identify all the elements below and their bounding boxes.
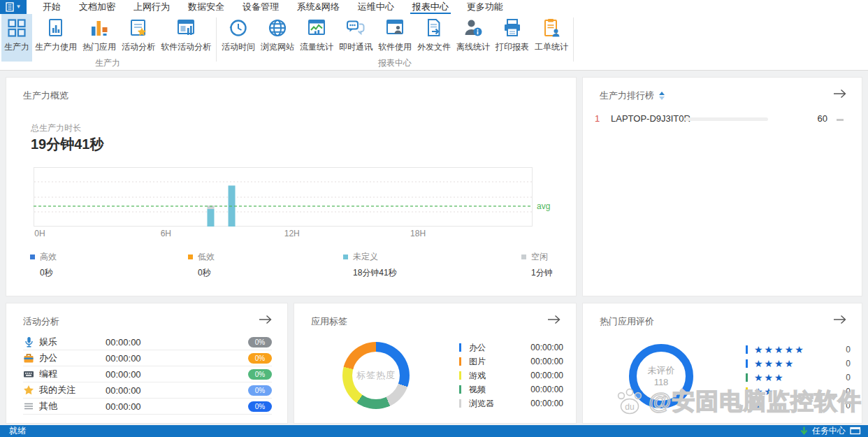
legend-color-swatch [343,255,348,259]
window-user-icon [384,17,405,38]
ribbon-button-活动时间[interactable]: 活动时间 [219,14,258,62]
rating-donut-center-value: 118 [654,376,669,388]
rating-row-4-star: ★★★★0 [746,357,851,371]
ribbon-button-软件活动分析[interactable]: 软件活动分析 [158,14,214,62]
task-center-button[interactable]: 任务中心 [812,425,846,437]
activity-row-我的关注[interactable]: 我的关注00:00:000% [23,382,272,399]
legend-color-swatch [30,255,35,259]
panel-productivity-ranking: 生产力排行榜 1 LAPTOP-D9J3IT0R 60 [582,77,862,296]
device-name: LAPTOP-D9J3IT0R [611,113,690,124]
panel-title: 热门应用评价 [600,315,654,328]
legend-item-高效: 高效0秒 [30,251,57,279]
panel-app-rating: 热门应用评价 未评价 118 ★★★★★0★★★★0★★★0★★0★0 [582,303,862,424]
menu-tab-开始[interactable]: 开始 [34,0,70,14]
ribbon-group-报表中心: 活动时间浏览网站流量统计即时通讯软件使用外发文件离线统计打印报表工单统计报表中心 [217,14,572,70]
ribbon-button-生产力使用[interactable]: 生产力使用 [32,14,80,62]
svg-text:12H: 12H [284,229,300,238]
menu-tabs: 开始文档加密上网行为数据安全设备管理系统&网络运维中心报表中心更多功能 [34,0,512,14]
ribbon-group-label: 生产力 [0,57,215,69]
rating-row-2-star: ★★0 [746,385,851,399]
arrow-right-icon[interactable] [258,313,273,326]
clock-icon [228,17,249,38]
rank-number: 1 [595,113,600,124]
panel-title: 应用标签 [311,315,347,328]
tag-legend-row-视频: 视频00:00:00 [459,382,563,396]
menu-tab-数据安全[interactable]: 数据安全 [179,0,233,14]
arrow-right-icon[interactable] [547,313,562,326]
keyboard-icon [23,368,34,380]
menu-tab-系统&网络[interactable]: 系统&网络 [288,0,349,14]
tag-legend-row-办公: 办公00:00:00 [459,341,563,354]
doc-arrow-icon [424,17,444,38]
ribbon-group-生产力: 生产力生产力使用热门应用活动分析软件活动分析生产力 [0,14,215,70]
app-menu-icon [6,2,14,12]
menu-tab-更多功能[interactable]: 更多功能 [458,0,512,14]
legend-item-低效: 低效0秒 [188,251,215,279]
productivity-grid-icon [6,17,27,38]
menu-tab-设备管理[interactable]: 设备管理 [233,0,288,14]
download-arrow-icon [800,427,808,436]
rating-color-tick [746,373,748,382]
svg-text:6H: 6H [161,229,171,238]
percent-badge: 0% [248,385,272,396]
legend-color-swatch [188,255,193,259]
tag-legend-row-图片: 图片00:00:00 [459,354,563,368]
rating-color-tick [746,359,748,368]
menu-tab-报表中心[interactable]: 报表中心 [403,0,458,14]
ribbon-button-生产力[interactable]: 生产力 [1,14,32,62]
rating-color-tick [746,387,748,396]
star-icons: ★★★★★ [754,345,805,354]
arrow-right-icon[interactable] [832,87,848,100]
menu-tab-上网行为[interactable]: 上网行为 [124,0,179,14]
menu-tab-文档加密[interactable]: 文档加密 [70,0,124,14]
percent-badge: 0% [248,353,272,364]
rating-rows: ★★★★★0★★★★0★★★0★★0★0 [746,343,851,413]
arrow-right-icon[interactable] [832,313,848,326]
microphone-icon [23,336,34,348]
ribbon-button-离线统计[interactable]: 离线统计 [454,14,493,62]
menu-tab-运维中心[interactable]: 运维中心 [349,0,403,14]
activity-row-其他[interactable]: 其他00:00:000% [23,399,272,415]
panel-title: 活动分析 [23,315,59,328]
trend-flat-icon [837,119,844,121]
activity-row-娱乐[interactable]: 娱乐00:00:000% [23,334,272,350]
statusbar: 就绪 任务中心 [0,425,868,437]
app-menu-button[interactable]: ▼ [0,0,27,14]
status-ready-text: 就绪 [9,425,26,437]
ribbon-button-热门应用[interactable]: 热门应用 [80,14,119,62]
window-chart-icon [175,17,196,38]
menu-lines-icon [23,401,34,412]
ribbon-button-工单统计[interactable]: 工单统计 [532,14,571,62]
rating-row-1-star: ★0 [746,399,851,413]
star-icon [23,385,34,396]
ranking-row[interactable]: 1 LAPTOP-D9J3IT0R 60 [583,110,862,127]
tag-legend-row-浏览器: 浏览器00:00:00 [459,396,563,410]
total-productivity-value: 19分钟41秒 [31,135,104,154]
ribbon-button-浏览网站[interactable]: 浏览网站 [258,14,297,62]
chevron-down-icon: ▼ [16,4,22,10]
ribbon-toolbar: 生产力生产力使用热门应用活动分析软件活动分析生产力活动时间浏览网站流量统计即时通… [0,14,868,71]
tag-legend-row-游戏: 游戏00:00:00 [459,368,563,382]
legend-color-tick [459,385,461,394]
monitor-icon[interactable] [850,427,861,436]
star-icons: ★★★ [754,373,785,382]
sort-toggle-icon[interactable] [659,92,665,100]
panel-title: 生产力概览 [23,89,68,102]
activity-row-编程[interactable]: 编程00:00:000% [23,366,272,382]
ribbon-button-打印报表[interactable]: 打印报表 [493,14,532,62]
rating-row-3-star: ★★★0 [746,371,851,385]
ribbon-group-label: 报表中心 [217,57,572,69]
app-window: ▼ 开始文档加密上网行为数据安全设备管理系统&网络运维中心报表中心更多功能 生产… [0,0,868,437]
ribbon-button-活动分析[interactable]: 活动分析 [119,14,158,62]
activity-row-办公[interactable]: 办公00:00:000% [23,350,272,366]
ribbon-button-即时通讯[interactable]: 即时通讯 [336,14,375,62]
activity-rows: 娱乐00:00:000%办公00:00:000%编程00:00:000%我的关注… [23,334,272,415]
ribbon-button-外发文件[interactable]: 外发文件 [414,14,454,62]
productivity-chart-legend: 高效0秒低效0秒未定义18分钟41秒空闲1分钟 [6,251,576,286]
ribbon-button-软件使用[interactable]: 软件使用 [375,14,414,62]
tag-donut-chart: 标签热度 [342,342,410,409]
ribbon-button-流量统计[interactable]: 流量统计 [297,14,336,62]
panel-app-tags: 应用标签 标签热度 办公00:00:00图片00:00:00游戏00:00:00… [294,303,577,424]
svg-text:avg: avg [537,201,550,211]
legend-color-swatch [521,255,526,259]
